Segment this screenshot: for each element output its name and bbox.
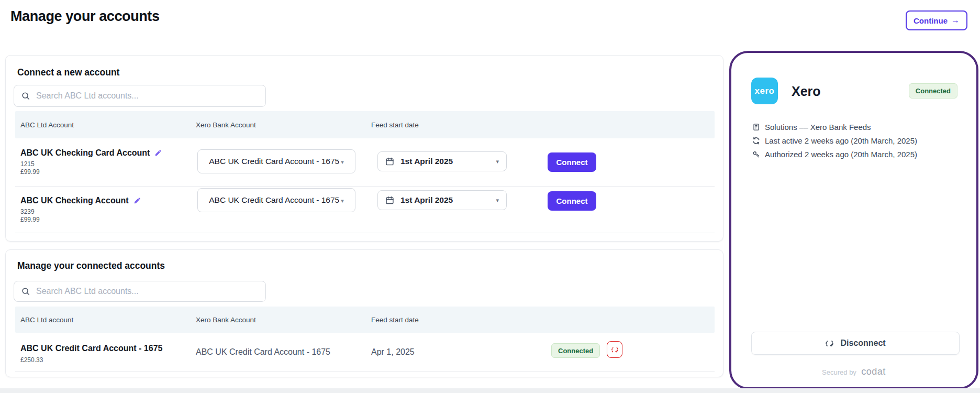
connected-search-box[interactable] — [14, 281, 266, 302]
column-header-feed-start: Feed start date — [371, 121, 419, 129]
account-name-label: ABC UK Checking Account — [20, 196, 129, 205]
column-header-xero-account: Xero Bank Account — [196, 121, 256, 129]
authorized-detail: Authorized 2 weeks ago (20th March, 2025… — [752, 150, 917, 159]
connected-search-input[interactable] — [36, 287, 259, 296]
column-header-abc-account: ABC Ltd Account — [20, 121, 74, 129]
integration-name: Xero — [792, 84, 821, 99]
feed-start-date-picker[interactable]: 1st April 2025 ▾ — [377, 190, 507, 210]
search-icon — [21, 91, 30, 101]
search-icon — [21, 287, 30, 296]
continue-label: Continue — [914, 16, 948, 25]
row-divider — [15, 186, 715, 187]
account-number: 3239 — [20, 208, 35, 215]
status-badge: Connected — [551, 343, 600, 358]
status-badge: Connected — [909, 83, 957, 99]
xero-logo-text: xero — [755, 86, 775, 96]
selected-date: 1st April 2025 — [400, 157, 453, 166]
integration-details: Solutions –– Xero Bank Feeds Last active… — [752, 123, 917, 163]
page-bottom-strip — [0, 388, 980, 393]
connected-account-balance: £250.33 — [20, 356, 43, 364]
xero-logo: xero — [751, 78, 778, 104]
connect-button[interactable]: Connect — [548, 152, 596, 172]
manage-accounts-page: Manage your accounts Continue → Connect … — [0, 0, 980, 393]
continue-button[interactable]: Continue → — [906, 10, 967, 30]
bank-icon — [752, 123, 760, 131]
connected-account-name: ABC UK Credit Card Account - 1675 — [20, 344, 162, 353]
disconnect-button[interactable]: Disconnect — [751, 332, 960, 355]
codat-logo: codat — [861, 366, 886, 377]
disconnect-label: Disconnect — [840, 339, 885, 348]
connected-bank-account: ABC UK Credit Card Account - 1675 — [196, 347, 330, 357]
row-divider — [15, 233, 715, 233]
disconnect-feed-button[interactable] — [607, 341, 622, 358]
xero-bank-account-select[interactable]: ABC UK Credit Card Account - 1675 ▾ — [197, 149, 355, 173]
sync-icon — [752, 137, 760, 145]
calendar-icon — [385, 157, 394, 166]
row-divider — [15, 371, 715, 372]
detail-text: Solutions –– Xero Bank Feeds — [765, 123, 871, 132]
column-header-abc-account: ABC Ltd account — [20, 316, 73, 324]
connected-card-title: Manage your connected accounts — [17, 260, 165, 271]
xero-bank-account-select[interactable]: ABC UK Credit Card Account - 1675 ▾ — [197, 188, 355, 212]
secured-by-codat: Secured by codat — [731, 366, 976, 377]
account-balance: £99.99 — [20, 216, 40, 223]
selected-date: 1st April 2025 — [400, 195, 453, 205]
connect-table-header: ABC Ltd Account Xero Bank Account Feed s… — [15, 111, 715, 138]
chevron-down-icon: ▾ — [341, 198, 344, 204]
account-balance: £99.99 — [20, 168, 40, 176]
account-name: ABC UK Checking Card Account — [20, 148, 162, 158]
connect-search-input[interactable] — [36, 91, 259, 101]
connect-button[interactable]: Connect — [548, 191, 596, 211]
broken-sync-icon — [611, 346, 619, 354]
connect-card-title: Connect a new account — [17, 67, 119, 78]
xero-integration-panel: xero Xero Connected Solutions –– Xero Ba… — [729, 51, 978, 389]
chevron-down-icon: ▾ — [496, 158, 499, 165]
key-icon — [752, 150, 760, 158]
feed-start-date-picker[interactable]: 1st April 2025 ▾ — [377, 151, 507, 171]
selected-bank-account: ABC UK Credit Card Account - 1675 — [209, 195, 339, 205]
connect-search-box[interactable] — [14, 85, 266, 107]
page-title: Manage your accounts — [10, 8, 160, 25]
detail-text: Last active 2 weeks ago (20th March, 202… — [765, 136, 917, 145]
connected-feed-start-date: Apr 1, 2025 — [371, 347, 415, 357]
last-active-detail: Last active 2 weeks ago (20th March, 202… — [752, 136, 917, 145]
chevron-down-icon: ▾ — [341, 159, 344, 166]
broken-sync-icon — [825, 339, 834, 348]
selected-bank-account: ABC UK Credit Card Account - 1675 — [209, 157, 339, 166]
account-name-label: ABC UK Checking Card Account — [20, 148, 150, 158]
column-header-feed-start: Feed start date — [371, 316, 419, 324]
column-header-xero-account: Xero Bank Account — [196, 316, 256, 324]
connected-accounts-card: Manage your connected accounts ABC Ltd a… — [5, 249, 723, 377]
secured-by-text: Secured by — [822, 368, 856, 376]
connect-new-account-card: Connect a new account ABC Ltd Account Xe… — [5, 55, 723, 242]
detail-text: Authorized 2 weeks ago (20th March, 2025… — [765, 150, 917, 159]
arrow-right-icon: → — [951, 16, 960, 25]
edit-pencil-icon[interactable] — [133, 197, 141, 204]
account-number: 1215 — [20, 160, 35, 168]
chevron-down-icon: ▾ — [496, 197, 499, 204]
account-name: ABC UK Checking Account — [20, 196, 141, 205]
calendar-icon — [385, 196, 394, 205]
connected-table-header: ABC Ltd account Xero Bank Account Feed s… — [15, 307, 715, 333]
solutions-detail: Solutions –– Xero Bank Feeds — [752, 123, 917, 132]
edit-pencil-icon[interactable] — [154, 149, 162, 157]
